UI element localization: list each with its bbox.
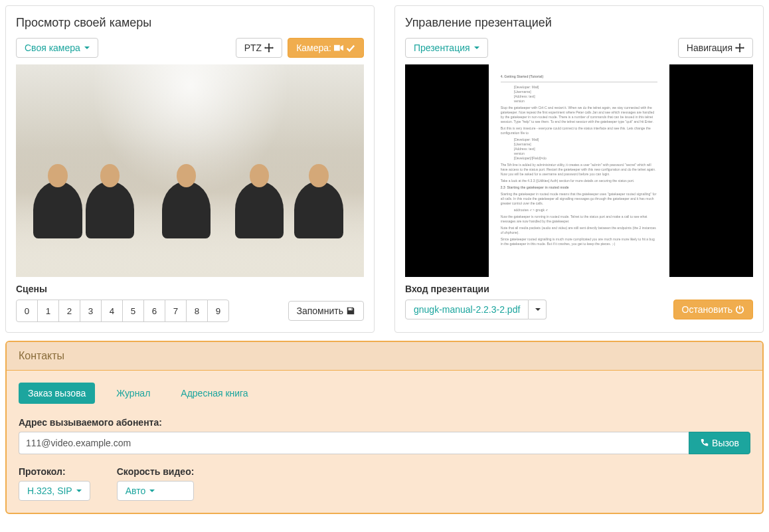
call-button[interactable]: Вызов xyxy=(689,432,750,454)
save-icon xyxy=(346,306,355,315)
tab-journal[interactable]: Журнал xyxy=(107,383,159,404)
move-icon xyxy=(264,43,274,52)
scene-btn-8[interactable]: 8 xyxy=(186,300,208,322)
own-camera-button[interactable]: Своя камера xyxy=(16,38,98,58)
caret-icon xyxy=(76,489,82,492)
caret-icon xyxy=(535,308,541,311)
contacts-tabs: Заказ вызова Журнал Адресная книга xyxy=(19,383,750,404)
presentation-button[interactable]: Презентация xyxy=(405,38,488,58)
file-toggle-button[interactable] xyxy=(529,300,547,319)
tab-address-book[interactable]: Адресная книга xyxy=(171,383,257,404)
scene-btn-3[interactable]: 3 xyxy=(80,300,102,322)
stop-button[interactable]: Остановить xyxy=(673,300,753,319)
presentation-panel-title: Управление презентацией xyxy=(405,16,753,30)
scenes-label: Сцены xyxy=(16,284,364,294)
presentation-panel: Управление презентацией Презентация Нави… xyxy=(394,5,764,333)
camera-preview xyxy=(16,64,364,277)
protocol-value: H.323, SIP xyxy=(27,486,72,496)
camera-toolbar: Своя камера PTZ Камера: xyxy=(16,38,364,58)
check-icon xyxy=(346,43,355,52)
ptz-label: PTZ xyxy=(244,43,262,53)
protocol-select[interactable]: H.323, SIP xyxy=(19,481,90,501)
protocol-label: Протокол: xyxy=(19,466,90,477)
remember-button[interactable]: Запомнить xyxy=(288,301,365,321)
camera-panel: Просмотр своей камеры Своя камера PTZ Ка… xyxy=(5,5,375,333)
contacts-panel: Контакты Заказ вызова Журнал Адресная кн… xyxy=(5,341,764,514)
scene-btn-7[interactable]: 7 xyxy=(165,300,187,322)
pres-input-label: Вход презентации xyxy=(405,284,753,294)
file-dropdown: gnugk-manual-2.2.3-2.pdf xyxy=(405,300,547,319)
move-icon xyxy=(735,43,744,52)
caret-icon xyxy=(474,46,479,49)
address-input[interactable] xyxy=(19,432,689,454)
scene-btn-9[interactable]: 9 xyxy=(207,300,229,322)
speed-select[interactable]: Авто xyxy=(117,481,195,501)
scene-btn-0[interactable]: 0 xyxy=(16,300,38,322)
scene-buttons: 0 1 2 3 4 5 6 7 8 9 xyxy=(16,300,229,322)
document-page: 4. Getting Started (Tutorial) [Developer… xyxy=(489,64,669,277)
ptz-button[interactable]: PTZ xyxy=(236,38,282,58)
speed-value: Авто xyxy=(126,486,146,496)
presentation-label: Презентация xyxy=(414,43,470,53)
scene-btn-1[interactable]: 1 xyxy=(37,300,59,322)
speed-label: Скорость видео: xyxy=(117,466,195,477)
call-label: Вызов xyxy=(712,438,739,448)
tab-order-call[interactable]: Заказ вызова xyxy=(19,383,95,404)
scene-btn-4[interactable]: 4 xyxy=(101,300,123,322)
presentation-toolbar: Презентация Навигация xyxy=(405,38,753,58)
caret-icon xyxy=(84,46,90,49)
own-camera-label: Своя камера xyxy=(25,43,80,53)
camera-label: Камера: xyxy=(296,43,331,53)
camera-panel-title: Просмотр своей камеры xyxy=(16,16,364,30)
navigation-button[interactable]: Навигация xyxy=(678,38,753,58)
camera-button[interactable]: Камера: xyxy=(288,38,364,58)
address-label: Адрес вызываемого абонента: xyxy=(19,417,750,428)
video-icon xyxy=(334,43,343,52)
contacts-title: Контакты xyxy=(7,342,762,371)
caret-icon xyxy=(149,489,155,492)
presentation-preview: 4. Getting Started (Tutorial) [Developer… xyxy=(405,64,753,277)
phone-icon xyxy=(700,438,709,448)
file-button[interactable]: gnugk-manual-2.2.3-2.pdf xyxy=(405,300,529,319)
scene-btn-5[interactable]: 5 xyxy=(122,300,144,322)
scene-btn-6[interactable]: 6 xyxy=(143,300,165,322)
stop-label: Остановить xyxy=(682,304,732,315)
scene-btn-2[interactable]: 2 xyxy=(58,300,80,322)
navigation-label: Навигация xyxy=(687,43,732,53)
remember-label: Запомнить xyxy=(297,306,344,316)
power-icon xyxy=(735,305,744,314)
